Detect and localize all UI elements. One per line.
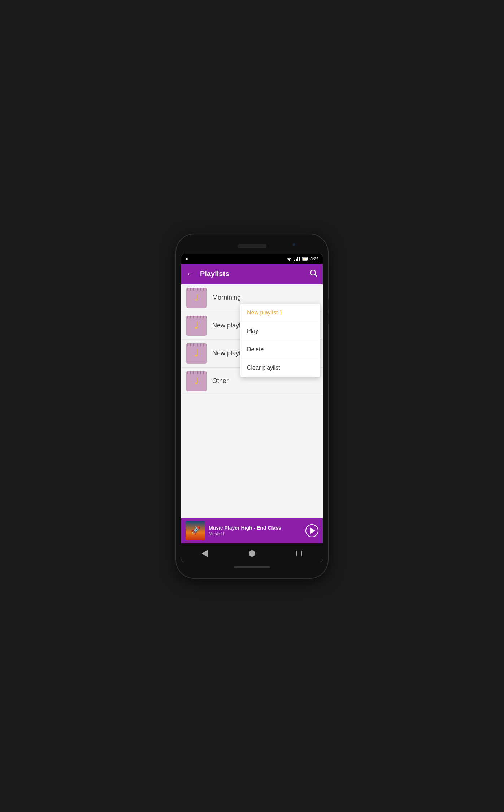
volume-up-button[interactable]: [328, 299, 329, 310]
front-camera: [292, 243, 295, 246]
context-menu-overlay: New playlist 1 Play Delete Clear playlis…: [181, 254, 323, 562]
context-menu-title: New playlist 1: [240, 304, 320, 322]
phone-device: ⚡ 3:22 ← Playlists ♩ Mornin: [176, 234, 328, 578]
phone-top: [181, 241, 323, 252]
context-menu-clear[interactable]: Clear playlist: [240, 359, 320, 377]
context-menu: New playlist 1 Play Delete Clear playlis…: [240, 304, 320, 377]
phone-screen: ⚡ 3:22 ← Playlists ♩ Mornin: [181, 254, 323, 562]
context-menu-play[interactable]: Play: [240, 322, 320, 340]
speaker-grill: [238, 244, 266, 248]
phone-bottom-bar: [234, 566, 270, 568]
volume-down-button[interactable]: [328, 313, 329, 324]
phone-bottom: [181, 562, 323, 568]
context-menu-delete[interactable]: Delete: [240, 340, 320, 359]
